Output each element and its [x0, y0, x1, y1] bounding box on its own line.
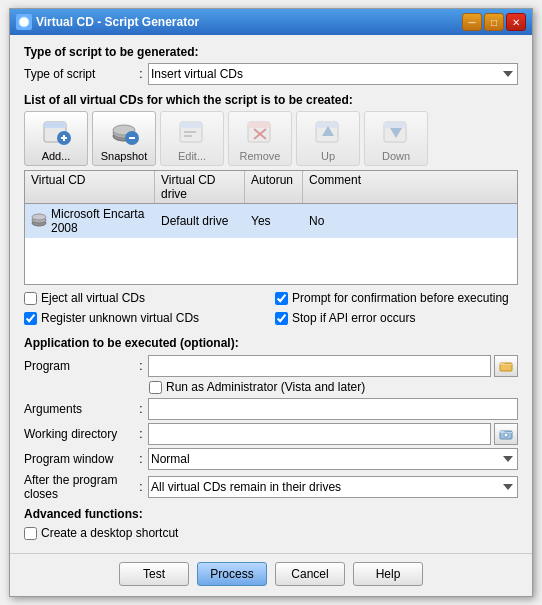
arguments-row: Arguments : — [24, 398, 518, 420]
edit-button[interactable]: Edit... — [160, 111, 224, 166]
program-input[interactable] — [148, 355, 491, 377]
window-controls: ─ □ ✕ — [462, 13, 526, 31]
stop-api-error-row: Stop if API error occurs — [275, 311, 518, 325]
snapshot-button[interactable]: Snapshot — [92, 111, 156, 166]
program-label: Program — [24, 359, 134, 373]
app-icon — [16, 14, 32, 30]
checkboxes-grid: Eject all virtual CDs Prompt for confirm… — [24, 291, 518, 328]
desktop-shortcut-label: Create a desktop shortcut — [41, 526, 178, 540]
arguments-input[interactable] — [148, 398, 518, 420]
svg-rect-23 — [384, 122, 406, 128]
after-close-row: After the program closes : All virtual C… — [24, 473, 518, 501]
after-close-select[interactable]: All virtual CDs remain in their drives E… — [148, 476, 518, 498]
program-value — [148, 355, 518, 377]
program-window-row: Program window : Normal Minimized Maximi… — [24, 448, 518, 470]
working-dir-input-group — [148, 423, 518, 445]
program-browse-button[interactable] — [494, 355, 518, 377]
cell-comment: No — [303, 213, 517, 229]
up-label: Up — [321, 150, 335, 162]
program-input-group — [148, 355, 518, 377]
cell-drive: Default drive — [155, 213, 245, 229]
snapshot-label: Snapshot — [101, 150, 147, 162]
edit-icon — [176, 116, 208, 148]
after-close-value: All virtual CDs remain in their drives E… — [148, 476, 518, 498]
script-type-colon: : — [134, 67, 148, 81]
help-button[interactable]: Help — [353, 562, 423, 586]
eject-all-checkbox[interactable] — [24, 292, 37, 305]
col-header-drive: Virtual CD drive — [155, 171, 245, 203]
working-dir-colon: : — [134, 427, 148, 441]
remove-icon — [244, 116, 276, 148]
register-unknown-checkbox[interactable] — [24, 312, 37, 325]
content-area: Type of script to be generated: Type of … — [10, 35, 532, 553]
prompt-confirm-checkbox[interactable] — [275, 292, 288, 305]
svg-rect-5 — [63, 135, 65, 141]
working-dir-browse-button[interactable] — [494, 423, 518, 445]
svg-rect-20 — [316, 122, 338, 128]
svg-rect-12 — [180, 122, 202, 128]
main-window: Virtual CD - Script Generator ─ □ ✕ Type… — [9, 8, 533, 597]
run-as-admin-checkbox[interactable] — [149, 381, 162, 394]
after-close-label: After the program closes — [24, 473, 134, 501]
after-close-colon: : — [134, 480, 148, 494]
test-button[interactable]: Test — [119, 562, 189, 586]
edit-label: Edit... — [178, 150, 206, 162]
script-type-value: Insert virtual CDs Eject virtual CDs Mou… — [148, 63, 518, 85]
stop-api-error-checkbox[interactable] — [275, 312, 288, 325]
vcd-table: Virtual CD Virtual CD drive Autorun Comm… — [24, 170, 518, 285]
down-button[interactable]: Down — [364, 111, 428, 166]
program-row: Program : — [24, 355, 518, 377]
minimize-button[interactable]: ─ — [462, 13, 482, 31]
desktop-shortcut-row: Create a desktop shortcut — [24, 526, 518, 540]
working-dir-row: Working directory : — [24, 423, 518, 445]
svg-rect-2 — [44, 122, 66, 128]
table-header: Virtual CD Virtual CD drive Autorun Comm… — [25, 171, 517, 204]
process-button[interactable]: Process — [197, 562, 267, 586]
table-row[interactable]: Microsoft Encarta 2008 Default drive Yes… — [25, 204, 517, 238]
script-type-label: Type of script — [24, 67, 134, 81]
svg-point-30 — [504, 433, 508, 437]
arguments-colon: : — [134, 402, 148, 416]
add-icon — [40, 116, 72, 148]
vcd-list-section-label: List of all virtual CDs for which the sc… — [24, 93, 518, 107]
script-type-section-label: Type of script to be generated: — [24, 45, 518, 59]
snapshot-icon — [108, 116, 140, 148]
program-window-select[interactable]: Normal Minimized Maximized Hidden — [148, 448, 518, 470]
col-header-vcd: Virtual CD — [25, 171, 155, 203]
col-header-comment: Comment — [303, 171, 517, 203]
cancel-button[interactable]: Cancel — [275, 562, 345, 586]
svg-rect-16 — [248, 122, 270, 128]
remove-button[interactable]: Remove — [228, 111, 292, 166]
maximize-button[interactable]: □ — [484, 13, 504, 31]
add-button[interactable]: Add... — [24, 111, 88, 166]
cell-autorun: Yes — [245, 213, 303, 229]
up-button[interactable]: Up — [296, 111, 360, 166]
eject-all-label: Eject all virtual CDs — [41, 291, 145, 305]
prompt-confirm-row: Prompt for confirmation before executing — [275, 291, 518, 305]
working-dir-input[interactable] — [148, 423, 491, 445]
close-button[interactable]: ✕ — [506, 13, 526, 31]
advanced-section-title: Advanced functions: — [24, 507, 518, 521]
program-colon: : — [134, 359, 148, 373]
arguments-value — [148, 398, 518, 420]
table-body: Microsoft Encarta 2008 Default drive Yes… — [25, 204, 517, 284]
application-section-title: Application to be executed (optional): — [24, 336, 518, 350]
run-as-admin-row: Run as Administrator (Vista and later) — [24, 380, 518, 394]
register-unknown-row: Register unknown virtual CDs — [24, 311, 267, 325]
script-type-select[interactable]: Insert virtual CDs Eject virtual CDs Mou… — [148, 63, 518, 85]
working-dir-label: Working directory — [24, 427, 134, 441]
add-label: Add... — [42, 150, 71, 162]
down-icon — [380, 116, 412, 148]
script-type-row: Type of script : Insert virtual CDs Ejec… — [24, 63, 518, 85]
up-icon — [312, 116, 344, 148]
disk-icon — [31, 212, 47, 231]
svg-point-27 — [32, 214, 46, 220]
working-dir-value — [148, 423, 518, 445]
title-bar: Virtual CD - Script Generator ─ □ ✕ — [10, 9, 532, 35]
program-window-colon: : — [134, 452, 148, 466]
program-window-label: Program window — [24, 452, 134, 466]
stop-api-error-label: Stop if API error occurs — [292, 311, 415, 325]
desktop-shortcut-checkbox[interactable] — [24, 527, 37, 540]
svg-rect-10 — [129, 137, 135, 139]
col-header-autorun: Autorun — [245, 171, 303, 203]
